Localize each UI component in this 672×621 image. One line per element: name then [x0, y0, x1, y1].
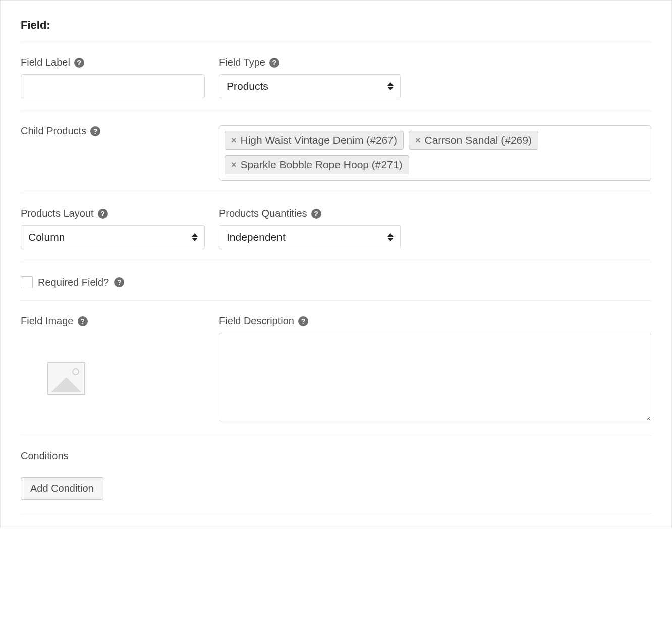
help-icon[interactable]: ?	[78, 316, 88, 326]
panel-title: Field:	[21, 19, 651, 32]
products-quantities-group: Products Quantities ? Independent	[219, 208, 651, 249]
field-label-label-line: Field Label ?	[21, 57, 205, 68]
products-quantities-selected: Independent	[227, 231, 378, 243]
field-label-group: Field Label ?	[21, 57, 205, 98]
child-products-label: Child Products	[21, 125, 86, 137]
child-product-tag: ×Carrson Sandal (#269)	[409, 131, 538, 150]
row-child-products: Child Products ? ×High Waist Vintage Den…	[21, 125, 651, 193]
remove-tag-icon[interactable]: ×	[231, 160, 237, 170]
field-label-label: Field Label	[21, 57, 70, 68]
field-image-label-line: Field Image ?	[21, 315, 205, 327]
field-label-input[interactable]	[21, 74, 205, 98]
field-settings-panel: Field: Field Label ? Field Type ? Produc…	[0, 0, 672, 528]
products-layout-label-line: Products Layout ?	[21, 208, 205, 219]
field-description-label: Field Description	[219, 315, 294, 327]
field-image-placeholder[interactable]	[21, 333, 111, 424]
help-icon[interactable]: ?	[98, 209, 108, 219]
remove-tag-icon[interactable]: ×	[231, 135, 237, 146]
field-type-group: Field Type ? Products	[219, 57, 651, 98]
select-arrows-icon	[387, 81, 394, 92]
field-description-textarea[interactable]	[219, 333, 651, 421]
help-icon[interactable]: ?	[90, 126, 100, 136]
products-layout-label: Products Layout	[21, 208, 94, 219]
child-products-tag-input[interactable]: ×High Waist Vintage Denim (#267)×Carrson…	[219, 125, 651, 181]
field-type-select[interactable]: Products	[219, 74, 401, 98]
products-quantities-select[interactable]: Independent	[219, 225, 401, 249]
help-icon[interactable]: ?	[298, 316, 308, 326]
field-description-group: Field Description ?	[219, 315, 651, 421]
products-layout-selected: Column	[28, 231, 182, 243]
conditions-group: Conditions Add Condition	[21, 450, 651, 500]
required-field-label: Required Field?	[38, 277, 109, 288]
field-image-label: Field Image	[21, 315, 74, 327]
child-products-label-line: Child Products ?	[21, 125, 205, 137]
remove-tag-icon[interactable]: ×	[415, 135, 421, 146]
select-arrows-icon	[387, 232, 394, 243]
products-quantities-label-line: Products Quantities ?	[219, 208, 651, 219]
child-product-tag: ×High Waist Vintage Denim (#267)	[225, 131, 404, 150]
help-icon[interactable]: ?	[74, 58, 84, 68]
field-type-label-line: Field Type ?	[219, 57, 651, 68]
image-placeholder-icon	[47, 362, 85, 395]
field-description-label-line: Field Description ?	[219, 315, 651, 327]
child-product-tag: ×Sparkle Bobble Rope Hoop (#271)	[225, 155, 409, 174]
help-icon[interactable]: ?	[311, 209, 321, 219]
field-type-label: Field Type	[219, 57, 265, 68]
child-products-field-col: ×High Waist Vintage Denim (#267)×Carrson…	[219, 125, 651, 181]
select-arrows-icon	[191, 232, 198, 243]
conditions-label-line: Conditions	[21, 450, 651, 462]
conditions-label: Conditions	[21, 450, 69, 462]
field-type-selected: Products	[227, 80, 378, 92]
child-products-label-col: Child Products ?	[21, 125, 205, 137]
products-layout-select[interactable]: Column	[21, 225, 205, 249]
divider	[21, 42, 651, 42]
row-image-description: Field Image ? Field Description ?	[21, 315, 651, 436]
child-product-tag-label: Carrson Sandal (#269)	[425, 134, 532, 146]
required-field-checkbox[interactable]	[21, 276, 33, 288]
add-condition-button[interactable]: Add Condition	[21, 477, 103, 500]
required-field-row: Required Field? ?	[21, 276, 651, 301]
row-layout-quantities: Products Layout ? Column Products Quanti…	[21, 208, 651, 262]
child-product-tag-label: Sparkle Bobble Rope Hoop (#271)	[241, 159, 403, 171]
help-icon[interactable]: ?	[114, 277, 124, 287]
child-product-tag-label: High Waist Vintage Denim (#267)	[241, 134, 397, 146]
products-quantities-label: Products Quantities	[219, 208, 307, 219]
divider	[21, 513, 651, 513]
help-icon[interactable]: ?	[269, 58, 279, 68]
field-image-group: Field Image ?	[21, 315, 205, 424]
row-label-type: Field Label ? Field Type ? Products	[21, 57, 651, 111]
products-layout-group: Products Layout ? Column	[21, 208, 205, 249]
